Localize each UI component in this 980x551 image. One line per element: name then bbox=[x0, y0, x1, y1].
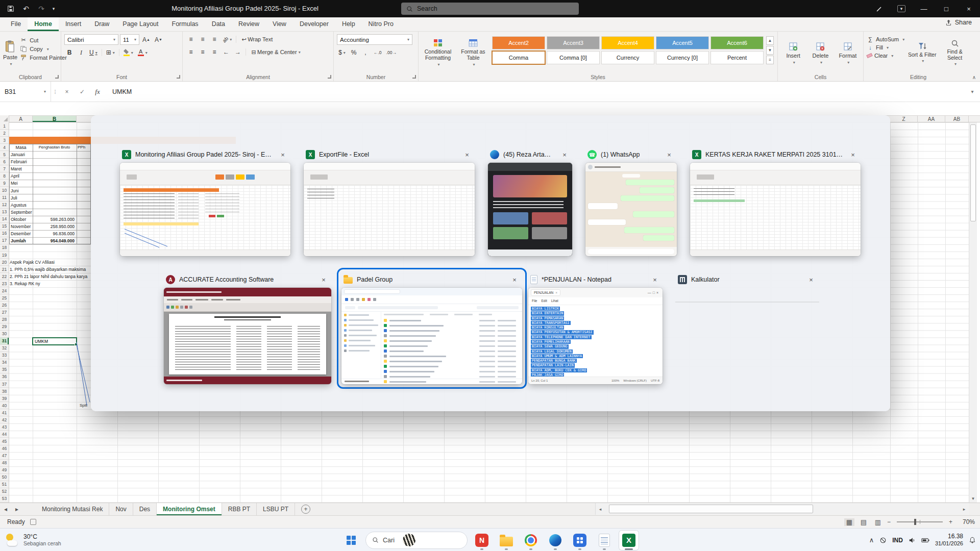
sheet-tab-monitoring-mutasi-rek[interactable]: Monitoring Mutasi Rek bbox=[36, 503, 109, 515]
row-header-17[interactable]: 17 bbox=[0, 237, 9, 244]
wrap-text-button[interactable]: ↩Wrap Text bbox=[239, 34, 274, 44]
file-row[interactable] bbox=[384, 354, 516, 359]
grow-font-button[interactable]: A▲ bbox=[141, 35, 152, 45]
new-sheet-button[interactable]: + bbox=[301, 505, 310, 514]
copy-button[interactable]: Copy▾ bbox=[20, 46, 67, 52]
row-header-29[interactable]: 29 bbox=[0, 323, 9, 331]
gallery-up-button[interactable]: ▲ bbox=[766, 36, 774, 45]
decrease-decimal-button[interactable]: .00→ bbox=[385, 47, 398, 58]
row-header-35[interactable]: 35 bbox=[0, 366, 9, 373]
page-layout-view-button[interactable]: ▤ bbox=[859, 518, 869, 526]
close-window-button[interactable]: × bbox=[664, 149, 675, 160]
row-header-51[interactable]: 51 bbox=[0, 481, 9, 488]
tray-clock[interactable]: 16.38 31/01/2026 bbox=[935, 533, 963, 547]
row-header-41[interactable]: 41 bbox=[0, 409, 9, 416]
file-row[interactable] bbox=[384, 333, 516, 338]
clipboard-dialog-launcher[interactable] bbox=[55, 75, 59, 79]
row-header-7[interactable]: 7 bbox=[0, 165, 9, 172]
ribbon-tab-file[interactable]: File bbox=[4, 17, 28, 31]
ribbon-tab-page-layout[interactable]: Page Layout bbox=[116, 17, 165, 31]
ribbon-tab-data[interactable]: Data bbox=[205, 17, 232, 31]
row-header-39[interactable]: 39 bbox=[0, 395, 9, 402]
zoom-slider-thumb[interactable] bbox=[914, 519, 916, 525]
row-header-9[interactable]: 9 bbox=[0, 180, 9, 187]
excel-icon-active[interactable]: X bbox=[619, 530, 639, 550]
row-header-4[interactable]: 4 bbox=[0, 144, 9, 151]
shrink-font-button[interactable]: A▼ bbox=[153, 35, 164, 45]
row-header-47[interactable]: 47 bbox=[0, 453, 9, 460]
row-header-32[interactable]: 32 bbox=[0, 345, 9, 352]
column-header-z[interactable]: Z bbox=[890, 116, 918, 122]
sheet-nav-left[interactable]: ◂ bbox=[0, 503, 11, 515]
row-header-38[interactable]: 38 bbox=[0, 388, 9, 395]
ribbon-display-options-button[interactable]: ▾ bbox=[890, 0, 913, 17]
close-window-button[interactable]: × bbox=[461, 149, 473, 160]
row-header-43[interactable]: 43 bbox=[0, 423, 9, 431]
share-button[interactable]: Share bbox=[945, 19, 972, 26]
page-break-view-button[interactable]: ▥ bbox=[873, 518, 883, 526]
start-button[interactable] bbox=[341, 530, 361, 550]
redo-button[interactable]: ↷ bbox=[34, 0, 49, 17]
align-left-icon[interactable]: ≡ bbox=[186, 47, 196, 57]
confirm-entry-button[interactable]: ✓ bbox=[75, 82, 90, 102]
gallery-more-button[interactable]: ≡ bbox=[766, 56, 774, 64]
row-header-37[interactable]: 37 bbox=[0, 381, 9, 388]
selected-cell-b31[interactable]: UMKM bbox=[32, 337, 77, 345]
blue-app-icon[interactable] bbox=[570, 530, 590, 550]
merge-center-button[interactable]: ⊟Merge & Center▾ bbox=[249, 47, 302, 57]
close-button[interactable]: × bbox=[958, 0, 980, 17]
spreadsheet-grid[interactable] bbox=[890, 122, 969, 503]
zoom-in-button[interactable]: + bbox=[949, 518, 952, 525]
file-row[interactable] bbox=[384, 328, 516, 333]
sheet-tab-rbb-pt[interactable]: RBB PT bbox=[222, 503, 257, 515]
gallery-down-button[interactable]: ▼ bbox=[766, 46, 774, 55]
row-header-27[interactable]: 27 bbox=[0, 309, 9, 316]
file-explorer-icon[interactable] bbox=[496, 530, 517, 550]
row-header-5[interactable]: 5 bbox=[0, 151, 9, 158]
battery-icon[interactable] bbox=[921, 537, 929, 543]
orientation-button[interactable]: ab▾ bbox=[221, 34, 233, 44]
accounting-format-button[interactable]: $▾ bbox=[337, 47, 347, 58]
row-header-6[interactable]: 6 bbox=[0, 158, 9, 165]
row-header-21[interactable]: 21 bbox=[0, 266, 9, 273]
row-header-20[interactable]: 20 bbox=[0, 259, 9, 266]
ink-icon[interactable] bbox=[868, 0, 890, 17]
normal-view-button[interactable]: ▦ bbox=[844, 518, 854, 526]
spreadsheet-grid[interactable] bbox=[9, 122, 77, 503]
style-percent[interactable]: Percent bbox=[710, 51, 764, 64]
file-row[interactable] bbox=[384, 369, 516, 374]
row-header-36[interactable]: 36 bbox=[0, 373, 9, 381]
chrome-icon[interactable] bbox=[521, 530, 541, 550]
increase-indent-button[interactable]: → bbox=[233, 47, 243, 57]
column-header-aa[interactable]: AA bbox=[918, 116, 945, 122]
cancel-entry-button[interactable]: × bbox=[59, 82, 75, 102]
row-header-25[interactable]: 25 bbox=[0, 294, 9, 302]
comma-style-button[interactable]: , bbox=[360, 47, 371, 58]
close-window-button[interactable]: × bbox=[277, 149, 288, 160]
row-header-8[interactable]: 8 bbox=[0, 172, 9, 180]
row-header-24[interactable]: 24 bbox=[0, 287, 9, 294]
row-header-3[interactable]: 3 bbox=[0, 137, 9, 144]
alignment-dialog-launcher[interactable] bbox=[328, 75, 331, 79]
row-header-44[interactable]: 44 bbox=[0, 431, 9, 438]
align-right-icon[interactable]: ≡ bbox=[209, 47, 219, 57]
close-window-button[interactable]: × bbox=[318, 274, 329, 285]
align-top-icon[interactable]: ≡ bbox=[186, 34, 196, 44]
window-preview[interactable] bbox=[341, 288, 522, 384]
ribbon-tab-review[interactable]: Review bbox=[232, 17, 266, 31]
window-preview[interactable]: PENJUALAN× —□× FileEditLihat BIAYA LISTR… bbox=[528, 288, 663, 384]
horizontal-scrollbar[interactable]: ◂ ▸ bbox=[595, 503, 969, 515]
row-header-42[interactable]: 42 bbox=[0, 416, 9, 423]
format-painter-button[interactable]: Format Painter bbox=[20, 55, 67, 61]
window-preview[interactable] bbox=[488, 163, 572, 256]
ribbon-tab-insert[interactable]: Insert bbox=[59, 17, 88, 31]
font-name-select[interactable]: Calibri▾ bbox=[64, 34, 118, 45]
sheet-tab-nov[interactable]: Nov bbox=[109, 503, 133, 515]
find-select-button[interactable]: Find & Select▾ bbox=[940, 34, 970, 72]
font-size-select[interactable]: 11▾ bbox=[120, 34, 139, 45]
close-window-button[interactable]: × bbox=[805, 274, 817, 285]
style-accent6[interactable]: Accent6 bbox=[710, 36, 764, 49]
underline-button[interactable]: U▾ bbox=[88, 47, 99, 58]
edge-icon[interactable] bbox=[545, 530, 566, 550]
save-button[interactable] bbox=[3, 0, 18, 17]
